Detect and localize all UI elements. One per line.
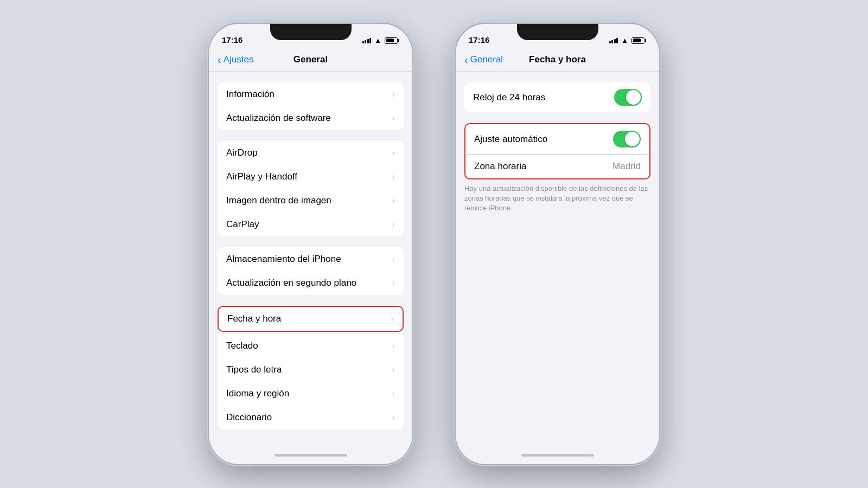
chevron-right-icon-10: › [392,341,395,351]
chevron-right-icon-3: › [392,148,395,158]
cell-label-fecha-hora: Fecha y hora [227,313,281,324]
cell-right-airplay-handoff: › [392,172,395,182]
settings-group-3: Almacenamiento del iPhone › Actualizació… [218,247,404,295]
list-item-zona-horaria[interactable]: Zona horaria Madrid [464,154,650,179]
chevron-right-icon-11: › [392,365,395,375]
chevron-left-icon-right: ‹ [464,54,468,65]
notch-right [517,24,598,40]
back-label-left[interactable]: Ajustes [224,54,254,65]
toggle-knob-24h [626,90,641,105]
list-item-teclado[interactable]: Teclado › [218,334,404,358]
cell-label-airplay-handoff: AirPlay y Handoff [226,171,297,182]
home-bar-left [275,454,347,457]
cell-right-idioma: › [392,389,395,399]
cell-label-zona-horaria: Zona horaria [474,161,526,172]
list-item-imagen[interactable]: Imagen dentro de imagen › [218,189,404,213]
list-item-ajuste-auto[interactable]: Ajuste automático [464,123,650,154]
phone-right: 17:16 ▲ ‹ General Fecha y hora Reloj de … [456,24,659,464]
signal-icon-left [362,38,372,43]
chevron-right-icon-4: › [392,172,395,182]
cell-label-diccionario: Diccionario [226,412,272,423]
status-icons-right: ▲ [609,36,646,44]
cell-right-imagen: › [392,196,395,206]
cell-right-carplay: › [392,220,395,229]
list-item-almacenamiento[interactable]: Almacenamiento del iPhone › [218,247,404,271]
cell-right-fecha-hora: › [391,314,394,324]
cell-label-actualizacion-software: Actualización de software [226,113,331,124]
home-indicator-left [209,446,412,464]
chevron-right-icon: › [392,89,395,99]
cell-label-carplay: CarPlay [226,219,259,230]
wifi-icon-right: ▲ [621,36,628,44]
cell-right-informacion: › [392,89,395,99]
cell-label-idioma: Idioma y región [226,388,289,399]
cell-right-tipos-letra: › [392,365,395,375]
home-bar-right [521,454,594,457]
list-item-idioma[interactable]: Idioma y región › [218,382,404,406]
nav-header-right: ‹ General Fecha y hora [456,48,659,72]
chevron-right-icon-5: › [392,196,395,206]
list-item-airplay-handoff[interactable]: AirPlay y Handoff › [218,165,404,189]
cell-label-imagen: Imagen dentro de imagen [226,195,331,206]
nav-header-left: ‹ Ajustes General [209,48,412,72]
toggle-knob-ajuste-auto [625,132,640,146]
cell-label-teclado: Teclado [226,341,258,351]
cell-label-actualizacion-segundo: Actualización en segundo plano [226,278,356,288]
time-right: 17:16 [469,35,489,44]
list-item-actualizacion-segundo[interactable]: Actualización en segundo plano › [218,271,404,295]
list-item-fecha-hora[interactable]: Fecha y hora › [218,306,404,332]
chevron-right-icon-8: › [392,278,395,288]
settings-group-4: Fecha y hora › Teclado › Tipos de letra … [218,306,404,429]
signal-icon-right [609,38,618,43]
cell-label-almacenamiento: Almacenamiento del iPhone [226,254,341,265]
back-label-right[interactable]: General [470,54,503,65]
cell-label-24h: Reloj de 24 horas [473,92,545,103]
cell-label-ajuste-auto: Ajuste automático [474,134,547,145]
battery-icon-right [631,37,646,44]
chevron-right-icon-9: › [391,314,394,324]
chevron-right-icon-13: › [392,413,395,422]
toggle-24h[interactable] [614,89,642,106]
home-indicator-right [456,446,659,464]
cell-right-actualizacion-software: › [392,113,395,123]
fecha-hora-content: Reloj de 24 horas Ajuste automático Zona… [456,72,659,446]
battery-icon-left [385,37,399,44]
timezone-note: Hay una actualización disponible de las … [456,179,659,214]
back-button-right[interactable]: ‹ General [464,54,503,65]
page-title-left: General [293,54,328,65]
cell-right-teclado: › [392,341,395,351]
phone-left: 17:16 ▲ ‹ Ajustes General Información [209,24,412,464]
list-item-diccionario[interactable]: Diccionario › [218,406,404,429]
settings-group-24h: Reloj de 24 horas [464,82,650,112]
chevron-right-icon-7: › [392,254,395,264]
settings-group-2: AirDrop › AirPlay y Handoff › Imagen den… [218,141,404,236]
time-left: 17:16 [222,35,242,44]
back-button-left[interactable]: ‹ Ajustes [218,54,253,65]
list-item-24h[interactable]: Reloj de 24 horas [464,82,650,112]
notch-left [270,24,352,40]
list-item-informacion[interactable]: Información › [218,82,404,106]
settings-group-auto: Ajuste automático Zona horaria Madrid [464,123,650,179]
chevron-right-icon-12: › [392,389,395,399]
cell-value-zona-horaria: Madrid [612,161,641,172]
list-item-carplay[interactable]: CarPlay › [218,213,404,236]
cell-right-diccionario: › [392,413,395,422]
cell-right-almacenamiento: › [392,254,395,264]
cell-right-actualizacion-segundo: › [392,278,395,288]
page-title-right: Fecha y hora [529,54,586,65]
settings-group-1: Información › Actualización de software … [218,82,404,130]
list-item-actualizacion-software[interactable]: Actualización de software › [218,106,404,130]
settings-list-left: Información › Actualización de software … [209,72,412,446]
cell-label-informacion: Información [226,89,275,100]
chevron-right-icon-2: › [392,113,395,123]
list-item-airdrop[interactable]: AirDrop › [218,141,404,165]
status-icons-left: ▲ [362,36,399,44]
chevron-right-icon-6: › [392,220,395,229]
chevron-left-icon-left: ‹ [218,54,221,65]
cell-right-airdrop: › [392,148,395,158]
toggle-ajuste-auto[interactable] [613,131,641,147]
cell-label-tipos-letra: Tipos de letra [226,364,282,375]
cell-label-airdrop: AirDrop [226,147,258,158]
list-item-tipos-letra[interactable]: Tipos de letra › [218,358,404,382]
wifi-icon-left: ▲ [374,36,381,44]
